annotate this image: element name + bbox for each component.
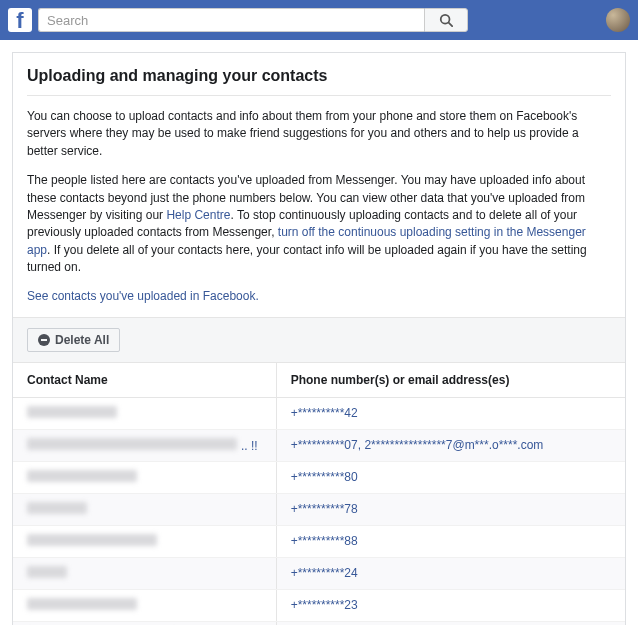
topbar: f (0, 0, 638, 40)
contact-name-cell (13, 461, 276, 493)
contact-name-cell (13, 557, 276, 589)
table-row: +**********24 (13, 557, 625, 589)
contact-phone-cell: +**********42 (276, 397, 625, 429)
table-row: +**********88 (13, 525, 625, 557)
contact-name-suffix: .. !! (241, 439, 258, 453)
contact-name-cell (13, 525, 276, 557)
contact-name-cell (13, 397, 276, 429)
table-row: +**********90 (13, 621, 625, 625)
intro-paragraph-2: The people listed here are contacts you'… (27, 172, 611, 276)
help-centre-link[interactable]: Help Centre (166, 208, 230, 222)
see-contacts-link[interactable]: See contacts you've uploaded in Facebook… (27, 289, 259, 303)
contacts-table: Contact Name Phone number(s) or email ad… (13, 363, 625, 625)
table-row: +**********80 (13, 461, 625, 493)
facebook-logo[interactable]: f (8, 8, 32, 32)
svg-line-1 (449, 23, 453, 27)
redacted-name (27, 502, 87, 514)
intro-paragraph-1: You can choose to upload contacts and in… (27, 108, 611, 160)
search-input[interactable] (38, 8, 424, 32)
contact-name-cell (13, 493, 276, 525)
redacted-name (27, 438, 237, 450)
search-wrap (38, 8, 468, 32)
delete-all-button[interactable]: Delete All (27, 328, 120, 352)
content-card: Uploading and managing your contacts You… (12, 52, 626, 625)
contact-phone-cell: +**********88 (276, 525, 625, 557)
avatar[interactable] (606, 8, 630, 32)
contact-phone-cell: +**********07, 2****************7@m***.o… (276, 429, 625, 461)
contact-phone-cell: +**********23 (276, 589, 625, 621)
redacted-name (27, 598, 137, 610)
table-row: +**********78 (13, 493, 625, 525)
redacted-name (27, 470, 137, 482)
redacted-name (27, 406, 117, 418)
para2-text-c: . If you delete all of your contacts her… (27, 243, 587, 274)
table-row: .. !!+**********07, 2****************7@m… (13, 429, 625, 461)
contact-name-cell: .. !! (13, 429, 276, 461)
contact-name-cell (13, 589, 276, 621)
redacted-name (27, 566, 67, 578)
contact-name-cell (13, 621, 276, 625)
contact-phone-cell: +**********78 (276, 493, 625, 525)
search-button[interactable] (424, 8, 468, 32)
col-header-name: Contact Name (13, 363, 276, 398)
col-header-phone: Phone number(s) or email address(es) (276, 363, 625, 398)
contact-phone-cell: +**********80 (276, 461, 625, 493)
minus-circle-icon (38, 334, 50, 346)
redacted-name (27, 534, 157, 546)
search-icon (439, 13, 453, 27)
table-row: +**********42 (13, 397, 625, 429)
actions-row: Delete All (13, 318, 625, 363)
contact-phone-cell: +**********24 (276, 557, 625, 589)
page-title: Uploading and managing your contacts (27, 67, 611, 96)
delete-all-label: Delete All (55, 333, 109, 347)
table-row: +**********23 (13, 589, 625, 621)
contacts-section: Delete All Contact Name Phone number(s) … (13, 317, 625, 625)
contact-phone-cell: +**********90 (276, 621, 625, 625)
